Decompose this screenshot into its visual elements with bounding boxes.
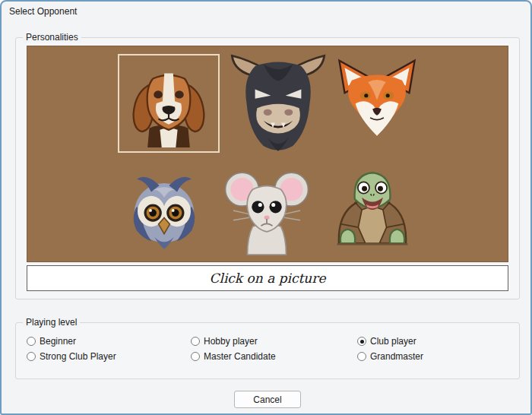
titlebar[interactable]: Select Opponent — [2, 2, 530, 21]
radio-circle-icon — [27, 337, 36, 346]
fox-icon — [332, 51, 422, 153]
mouse-icon — [223, 164, 311, 257]
select-opponent-dialog: Select Opponent Personalities — [0, 0, 532, 415]
personalities-label: Personalities — [23, 32, 81, 43]
radio-label: Grandmaster — [370, 351, 423, 362]
radio-label: Master Candidate — [204, 351, 276, 362]
radio-circle-icon — [357, 337, 366, 346]
opponent-picture-mouse[interactable] — [223, 164, 311, 257]
radio-beginner[interactable]: Beginner — [27, 336, 191, 347]
bull-icon — [226, 49, 331, 154]
opponent-picture-owl[interactable] — [124, 167, 204, 255]
owl-icon — [124, 167, 204, 255]
playing-level-group: Playing level Beginner Hobby player Club… — [15, 322, 520, 379]
radio-strong-club-player[interactable]: Strong Club Player — [27, 351, 191, 362]
picture-hint-strip: Click on a picture — [27, 265, 508, 291]
radio-label: Club player — [370, 336, 416, 347]
picture-hint-text: Click on a picture — [209, 271, 325, 286]
opponent-picture-dog[interactable] — [118, 54, 220, 153]
opponent-picture-turtle[interactable] — [328, 164, 416, 255]
opponent-picture-fox[interactable] — [332, 51, 422, 153]
radio-circle-icon — [191, 352, 200, 361]
radio-label: Hobby player — [204, 336, 258, 347]
radio-label: Beginner — [40, 336, 76, 347]
beagle-dog-icon — [123, 59, 214, 147]
radio-circle-icon — [191, 337, 200, 346]
radio-club-player[interactable]: Club player — [357, 336, 423, 347]
radio-master-candidate[interactable]: Master Candidate — [191, 351, 357, 362]
radio-circle-icon — [27, 352, 36, 361]
picture-panel — [27, 46, 508, 262]
opponent-picture-bull[interactable] — [226, 49, 331, 154]
window-title: Select Opponent — [9, 6, 77, 17]
radio-circle-icon — [357, 352, 366, 361]
cancel-button[interactable]: Cancel — [234, 391, 301, 408]
playing-level-options: Beginner Hobby player Club player Strong… — [27, 336, 423, 362]
turtle-icon — [328, 164, 416, 255]
personalities-group: Personalities — [15, 37, 520, 299]
radio-grandmaster[interactable]: Grandmaster — [357, 351, 423, 362]
playing-level-label: Playing level — [23, 317, 80, 328]
radio-label: Strong Club Player — [40, 351, 116, 362]
radio-hobby-player[interactable]: Hobby player — [191, 336, 357, 347]
